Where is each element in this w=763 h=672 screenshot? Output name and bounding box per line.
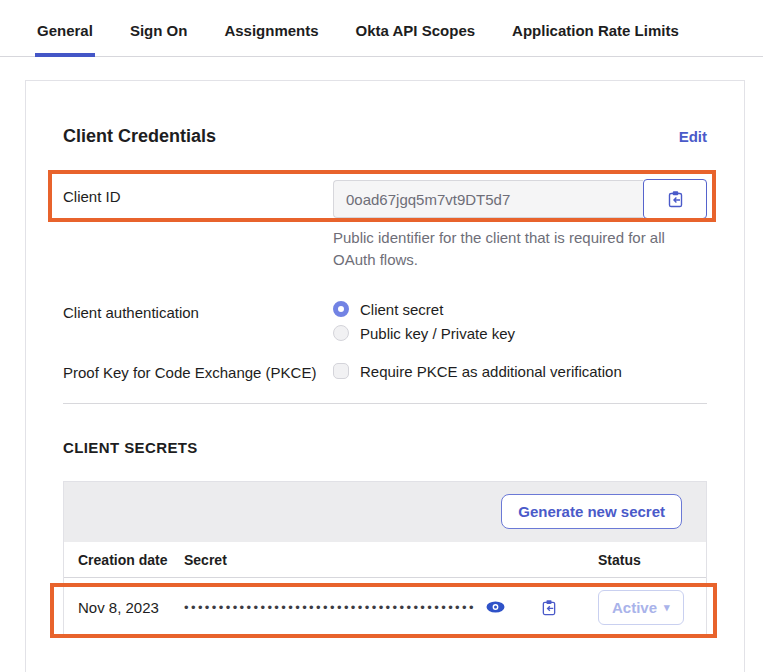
header-creation-date: Creation date [64, 552, 184, 568]
header-secret: Secret [184, 552, 598, 568]
edit-link[interactable]: Edit [679, 128, 707, 145]
status-label: Active [612, 599, 657, 616]
header-status: Status [598, 552, 706, 568]
checkbox-unchecked-icon[interactable] [333, 363, 349, 379]
client-authentication-row: Client authentication Client secret Publ… [63, 301, 707, 342]
radio-option-public-private-key[interactable]: Public key / Private key [333, 325, 707, 342]
pkce-row: Proof Key for Code Exchange (PKCE) Requi… [63, 363, 707, 381]
pkce-label: Proof Key for Code Exchange (PKCE) [63, 363, 333, 381]
radio-unselected-icon[interactable] [333, 325, 349, 341]
client-authentication-label: Client authentication [63, 301, 333, 321]
tab-assignments[interactable]: Assignments [222, 2, 320, 57]
tab-okta-api-scopes[interactable]: Okta API Scopes [354, 2, 478, 57]
reveal-secret-button[interactable] [484, 599, 507, 615]
client-credentials-title: Client Credentials [63, 126, 216, 147]
table-toolbar: Generate new secret [64, 482, 706, 542]
radio-selected-icon[interactable] [333, 301, 349, 317]
client-secrets-table: Generate new secret Creation date Secret… [63, 481, 707, 638]
generate-new-secret-button[interactable]: Generate new secret [501, 494, 682, 529]
chevron-down-icon: ▾ [664, 601, 670, 614]
general-settings-card: Client Credentials Edit Client ID [25, 80, 745, 672]
radio-option-label: Client secret [360, 301, 443, 318]
radio-option-label: Public key / Private key [360, 325, 515, 342]
clipboard-copy-icon [541, 599, 557, 616]
secret-creation-date: Nov 8, 2023 [64, 599, 184, 616]
eye-icon [486, 601, 505, 613]
copy-secret-button[interactable] [539, 597, 559, 618]
section-divider [63, 403, 707, 404]
client-secrets-title: CLIENT SECRETS [63, 439, 707, 456]
tab-application-rate-limits[interactable]: Application Rate Limits [510, 2, 681, 57]
table-row: Nov 8, 2023 ••••••••••••••••••••••••••••… [64, 578, 706, 637]
masked-secret-value: ••••••••••••••••••••••••••••••••••••••••… [184, 601, 476, 614]
secret-status-dropdown[interactable]: Active ▾ [598, 590, 684, 625]
table-header-row: Creation date Secret Status [64, 542, 706, 578]
client-id-input[interactable] [333, 180, 643, 218]
copy-client-id-button[interactable] [643, 179, 707, 219]
client-id-label: Client ID [63, 179, 333, 205]
client-id-help-text: Public identifier for the client that is… [333, 227, 685, 271]
tab-sign-on[interactable]: Sign On [128, 2, 190, 57]
clipboard-copy-icon [667, 190, 684, 208]
pkce-option-label: Require PKCE as additional verification [360, 363, 622, 380]
app-tab-bar: General Sign On Assignments Okta API Sco… [0, 0, 763, 57]
tab-general[interactable]: General [35, 2, 95, 57]
client-id-row: Client ID [63, 179, 707, 219]
pkce-checkbox-option[interactable]: Require PKCE as additional verification [333, 363, 707, 380]
radio-option-client-secret[interactable]: Client secret [333, 301, 707, 318]
